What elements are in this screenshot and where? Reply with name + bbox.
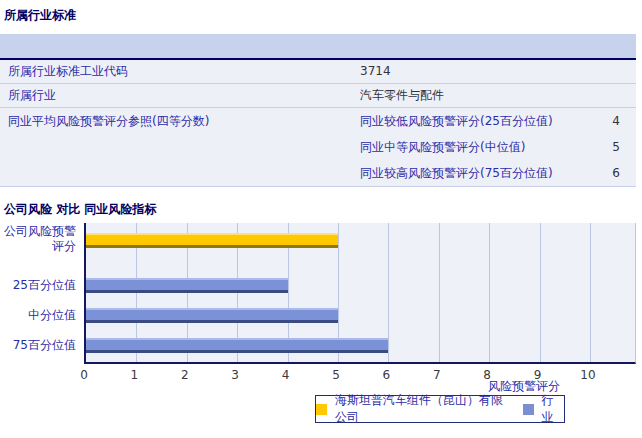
- company-legend-swatch: [316, 404, 327, 415]
- quartile-subrow: 同业中等风险预警评分(中位值) 5: [360, 134, 620, 160]
- quartile-subrows: 同业较低风险预警评分(25百分位值) 4 同业中等风险预警评分(中位值) 5 同…: [360, 108, 636, 186]
- risk-comparison-bar-chart: 公司风险预警评分25百分位值中分位值75百分位值 012345678910 风险…: [0, 223, 642, 438]
- x-axis-tick-label: 3: [215, 368, 255, 382]
- industry-score-bar: [86, 308, 338, 323]
- industry-score-bar: [86, 338, 388, 353]
- chart-category-label: 25百分位值: [0, 279, 80, 292]
- comparison-section-title: 公司风险 对比 同业风险指标: [4, 201, 156, 218]
- x-axis-tick-label: 4: [266, 368, 306, 382]
- x-axis-tick-label: 1: [114, 368, 154, 382]
- subrow-label: 同业中等风险预警评分(中位值): [360, 134, 580, 160]
- x-axis-tick-label: 7: [417, 368, 457, 382]
- chart-category-label: 公司风险预警评分: [0, 224, 80, 254]
- row-label: 所属行业标准工业代码: [0, 60, 360, 83]
- gridline: [439, 223, 440, 362]
- chart-legend: 海斯坦普汽车组件（昆山）有限公司 行业: [315, 395, 565, 423]
- gridline: [540, 223, 541, 362]
- industry-legend-swatch: [523, 404, 534, 415]
- table-row: 所属行业标准工业代码 3714: [0, 60, 636, 84]
- subrow-value: 5: [580, 134, 620, 160]
- row-label: 同业平均风险预警评分参照(四等分数): [0, 108, 360, 186]
- chart-category-label: 中分位值: [0, 309, 80, 322]
- chart-category-labels: 公司风险预警评分25百分位值中分位值75百分位值: [0, 223, 80, 362]
- x-axis-tick-label: 2: [165, 368, 205, 382]
- x-axis-tick-label: 6: [366, 368, 406, 382]
- industry-legend-label: 行业: [542, 392, 564, 426]
- industry-section-title: 所属行业标准: [4, 7, 76, 24]
- row-value: 汽车零件与配件: [360, 84, 636, 107]
- x-axis-tick-label: 10: [568, 368, 608, 382]
- row-value: 3714: [360, 60, 636, 83]
- industry-standard-table: 所属行业标准工业代码 3714 所属行业 汽车零件与配件 同业平均风险预警评分参…: [0, 34, 636, 187]
- company-legend-label: 海斯坦普汽车组件（昆山）有限公司: [335, 392, 515, 426]
- quartile-subrow: 同业较高风险预警评分(75百分位值) 6: [360, 160, 620, 186]
- quartile-subrow: 同业较低风险预警评分(25百分位值) 4: [360, 108, 620, 134]
- table-header-band: [0, 34, 636, 60]
- x-axis-tick-label: 0: [64, 368, 104, 382]
- gridline: [388, 223, 389, 362]
- subrow-label: 同业较低风险预警评分(25百分位值): [360, 108, 580, 134]
- plot-area: [84, 223, 636, 364]
- gridline: [590, 223, 591, 362]
- table-row: 所属行业 汽车零件与配件: [0, 84, 636, 108]
- x-axis-tick-label: 5: [316, 368, 356, 382]
- subrow-label: 同业较高风险预警评分(75百分位值): [360, 160, 580, 186]
- subrow-value: 6: [580, 160, 620, 186]
- industry-score-bar: [86, 278, 288, 293]
- company-score-bar: [86, 233, 338, 248]
- subrow-value: 4: [580, 108, 620, 134]
- row-label: 所属行业: [0, 84, 360, 107]
- gridline: [489, 223, 490, 362]
- chart-category-label: 75百分位值: [0, 339, 80, 352]
- table-row-quartiles: 同业平均风险预警评分参照(四等分数) 同业较低风险预警评分(25百分位值) 4 …: [0, 108, 636, 187]
